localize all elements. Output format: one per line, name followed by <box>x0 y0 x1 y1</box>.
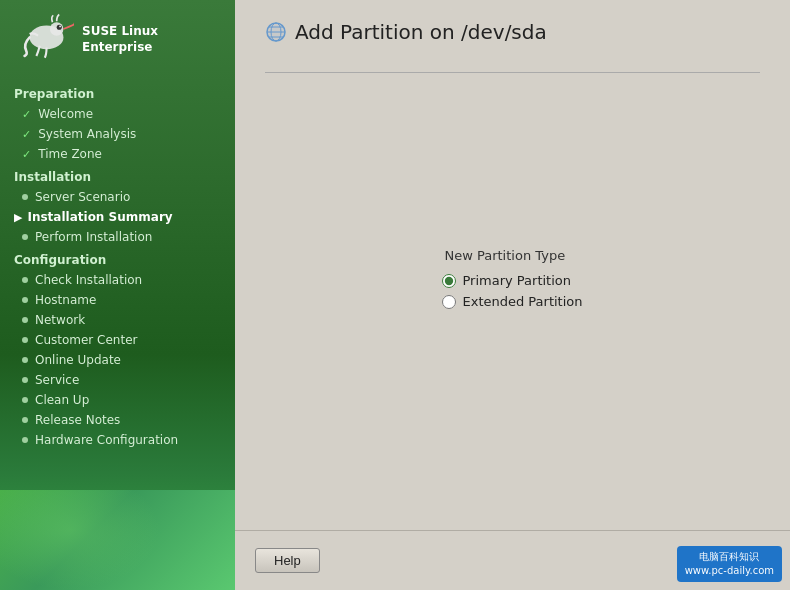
sidebar-item-server-scenario[interactable]: Server Scenario <box>0 187 235 207</box>
check-icon: ✓ <box>22 128 31 141</box>
extended-partition-label: Extended Partition <box>462 294 582 309</box>
page-title-bar: Add Partition on /dev/sda <box>265 20 760 52</box>
chameleon-logo <box>14 12 74 67</box>
app-container: SUSE Linux Enterprise Preparation ✓ Welc… <box>0 0 790 590</box>
primary-partition-radio[interactable] <box>442 274 456 288</box>
section-preparation: Preparation <box>0 81 235 104</box>
check-icon: ✓ <box>22 108 31 121</box>
extended-partition-option[interactable]: Extended Partition <box>442 294 582 309</box>
section-installation: Installation <box>0 164 235 187</box>
sidebar-item-network[interactable]: Network <box>0 310 235 330</box>
help-button[interactable]: Help <box>255 548 320 573</box>
main-content: Add Partition on /dev/sda New Partition … <box>235 0 790 590</box>
bullet-icon <box>22 317 28 323</box>
bullet-icon <box>22 357 28 363</box>
bullet-icon <box>22 194 28 200</box>
form-area: New Partition Type Primary Partition Ext… <box>265 93 760 510</box>
bullet-icon <box>22 277 28 283</box>
sidebar-decoration <box>0 490 235 590</box>
sidebar-header: SUSE Linux Enterprise <box>0 0 235 77</box>
sidebar-item-time-zone[interactable]: ✓ Time Zone <box>0 144 235 164</box>
sidebar-item-clean-up[interactable]: Clean Up <box>0 390 235 410</box>
sidebar-item-hardware-configuration[interactable]: Hardware Configuration <box>0 430 235 450</box>
sidebar-item-check-installation[interactable]: Check Installation <box>0 270 235 290</box>
globe-icon <box>265 21 287 43</box>
brand-name: SUSE Linux Enterprise <box>82 24 158 55</box>
bullet-icon <box>22 297 28 303</box>
partition-type-label: New Partition Type <box>444 248 565 263</box>
check-icon: ✓ <box>22 148 31 161</box>
svg-point-3 <box>59 26 61 28</box>
sidebar-item-release-notes[interactable]: Release Notes <box>0 410 235 430</box>
page-title: Add Partition on /dev/sda <box>295 20 547 44</box>
primary-partition-label: Primary Partition <box>462 273 571 288</box>
watermark: 电脑百科知识 www.pc-daily.com <box>677 546 782 582</box>
content-area: Add Partition on /dev/sda New Partition … <box>235 0 790 530</box>
bullet-icon <box>22 437 28 443</box>
arrow-icon: ▶ <box>14 211 22 224</box>
bullet-icon <box>22 377 28 383</box>
partition-type-group: New Partition Type Primary Partition Ext… <box>442 248 582 315</box>
sidebar: SUSE Linux Enterprise Preparation ✓ Welc… <box>0 0 235 590</box>
primary-partition-option[interactable]: Primary Partition <box>442 273 571 288</box>
svg-point-1 <box>50 22 64 36</box>
bullet-icon <box>22 417 28 423</box>
bullet-icon <box>22 337 28 343</box>
sidebar-item-welcome[interactable]: ✓ Welcome <box>0 104 235 124</box>
sidebar-item-installation-summary[interactable]: ▶ Installation Summary <box>0 207 235 227</box>
sidebar-item-hostname[interactable]: Hostname <box>0 290 235 310</box>
bullet-icon <box>22 234 28 240</box>
bullet-icon <box>22 397 28 403</box>
sidebar-nav: Preparation ✓ Welcome ✓ System Analysis … <box>0 77 235 490</box>
sidebar-item-system-analysis[interactable]: ✓ System Analysis <box>0 124 235 144</box>
extended-partition-radio[interactable] <box>442 295 456 309</box>
sidebar-item-customer-center[interactable]: Customer Center <box>0 330 235 350</box>
title-divider <box>265 72 760 73</box>
svg-point-10 <box>267 23 285 41</box>
svg-point-2 <box>57 25 62 30</box>
sidebar-item-service[interactable]: Service <box>0 370 235 390</box>
section-configuration: Configuration <box>0 247 235 270</box>
sidebar-item-perform-installation[interactable]: Perform Installation <box>0 227 235 247</box>
sidebar-item-online-update[interactable]: Online Update <box>0 350 235 370</box>
